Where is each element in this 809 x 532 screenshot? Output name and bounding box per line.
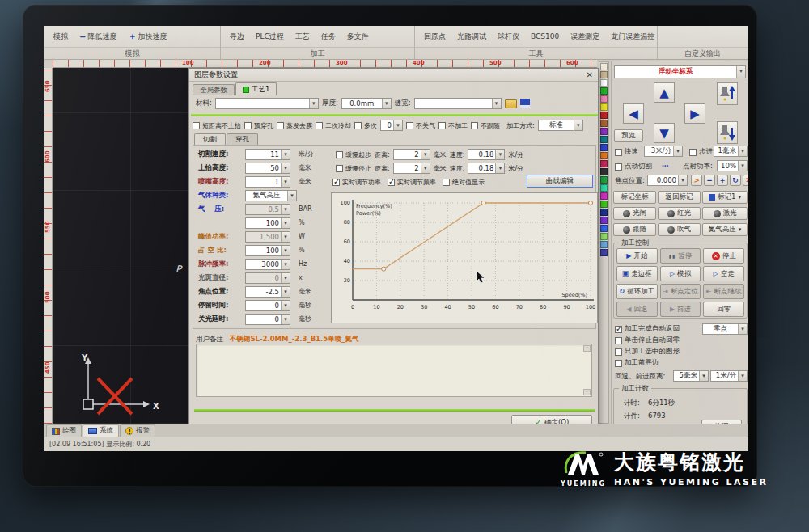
control-button-开始[interactable]: 开始 [616,248,658,264]
user-note-textarea[interactable]: ˄ ˅ [196,344,592,397]
checkbox-icon[interactable] [332,179,340,186]
layer-color-swatch[interactable] [600,79,608,87]
layer-color-swatch[interactable] [600,176,608,184]
focus-minus-icon[interactable]: − [704,175,715,186]
chevron-down-icon[interactable] [421,163,430,173]
slow-start-speed[interactable]: 0.18 [468,149,505,160]
menu-item-多文件[interactable]: 多文件 [341,32,375,42]
menu-item-降低速度[interactable]: −降低速度 [74,32,122,42]
tab-process-1[interactable]: 工艺1 [235,82,277,95]
chevron-down-icon[interactable] [738,161,747,171]
checkbox-icon[interactable] [438,122,446,129]
blow-toggle[interactable]: 吹气 [658,223,701,236]
control-button-回退[interactable]: 回退 [616,302,658,317]
scroll-up-icon[interactable]: ˄ [583,345,591,352]
layer-color-swatch[interactable] [600,168,608,175]
checkbox-icon[interactable] [244,122,252,129]
param-value-field[interactable]: 50 [245,163,290,174]
dialog-titlebar[interactable]: 图层参数设置 ✕ [189,69,598,82]
realtime-power-checkbox[interactable]: 实时调节功率 [332,178,381,187]
checkbox-icon[interactable] [615,337,622,344]
option-checkbox-蒸发去膜[interactable]: 蒸发去膜 [277,121,312,130]
layer-color-swatch[interactable] [600,71,608,78]
control-button-循环加工[interactable]: 循环加工 [616,284,658,299]
layer-color-swatch[interactable] [600,184,608,192]
chevron-down-icon[interactable] [281,218,290,228]
backfwd-speed-select[interactable]: 1米/分 [710,370,748,382]
thickness-select[interactable]: 0.0mm [341,98,392,109]
layer-color-swatch[interactable] [600,63,608,70]
slow-start-distance[interactable]: 2 [393,149,430,160]
checkbox-icon[interactable] [615,360,622,367]
layer-color-swatch[interactable] [600,120,608,127]
return-point-select[interactable]: 零点 [702,323,748,335]
param-value-field[interactable]: -2.5 [245,286,290,298]
chevron-down-icon[interactable] [281,163,290,173]
repeat-count-select[interactable]: 0 [380,120,403,131]
curve-edit-button[interactable]: 曲线编辑 [527,175,593,188]
scroll-down-icon[interactable]: ˅ [583,389,591,395]
option-checkbox-不跟随[interactable]: 不跟随 [471,121,500,130]
jog-up-button[interactable]: ▲ [654,82,675,103]
jog-down-button[interactable]: ▼ [654,123,675,143]
control-button-暂停[interactable]: 暂停 [660,248,701,264]
param-value-field[interactable]: 1,500 [245,231,290,243]
chevron-down-icon[interactable] [287,191,296,201]
chevron-down-icon[interactable] [281,246,290,255]
menu-item-工艺[interactable]: 工艺 [290,32,316,42]
chevron-down-icon[interactable] [393,120,402,130]
checkbox-icon[interactable] [689,149,697,156]
save-icon[interactable] [520,99,530,108]
option-checkbox-只加工选中的图形[interactable]: 只加工选中的图形 [615,347,680,357]
tab-draw[interactable]: 绘图 [46,424,82,437]
option-checkbox-单击停止自动回零[interactable]: 单击停止自动回零 [615,336,680,345]
chevron-down-icon[interactable] [574,120,582,130]
backfwd-distance-select[interactable]: 5毫米 [673,370,709,382]
menu-item-龙门误差温控[interactable]: 龙门误差温控 [605,32,660,42]
control-button-回零[interactable]: 回零 [703,302,744,317]
param-value-field[interactable]: 1 [245,176,290,188]
control-button-断点继续[interactable]: 断点继续 [703,284,744,299]
more-dots[interactable]: … [662,160,669,168]
jog-left-button[interactable]: ◀ [623,103,644,124]
preview-button[interactable]: 预览 [614,129,643,142]
chevron-down-icon[interactable] [736,66,745,78]
subtab-pierce[interactable]: 穿孔 [227,133,258,146]
focus-reset-icon[interactable]: ↻ [730,175,741,186]
menu-item-寻边[interactable]: 寻边 [224,32,250,42]
chevron-down-icon[interactable] [678,175,687,185]
option-checkbox-加工前寻边[interactable]: 加工前寻边 [615,358,659,368]
option-checkbox-预穿孔[interactable]: 预穿孔 [244,121,273,130]
nozzle-up-button[interactable] [717,82,738,105]
tab-system[interactable]: 系统 [83,424,119,437]
option-checkbox-加工完成自动返回[interactable]: 加工完成自动返回 [615,324,680,334]
checkbox-icon[interactable] [193,122,200,129]
checkbox-icon[interactable] [277,122,284,129]
option-checkbox-多次[interactable]: 多次 [354,121,377,130]
param-value-field[interactable]: 0 [245,300,290,311]
chevron-down-icon[interactable] [495,150,504,159]
param-value-field[interactable]: 氮气高压 [245,190,297,201]
slow-stop-checkbox[interactable]: 缓慢停止 [336,164,371,173]
jog-cut-checkbox[interactable]: 点动切割 [615,162,652,171]
step-move-checkbox[interactable]: 步进 [689,147,713,157]
layer-color-swatch[interactable] [600,103,608,111]
chevron-down-icon[interactable] [281,287,290,297]
layer-color-swatch[interactable] [600,160,608,167]
jog-right-button[interactable]: ▶ [684,103,705,124]
layer-color-swatch[interactable] [600,201,608,208]
quick-speed-select[interactable]: 3米/分 [644,146,683,157]
tab-alarm[interactable]: 报警 [120,424,155,437]
step-size-select[interactable]: 1毫米 [714,146,748,157]
menu-item-模拟[interactable]: 模拟 [48,32,74,42]
material-select[interactable] [215,98,319,109]
menu-item-加快速度[interactable]: ＋加快速度 [122,31,172,42]
checkbox-icon[interactable] [406,122,413,129]
layer-color-swatch[interactable] [600,95,608,103]
burst-power-select[interactable]: 10% [717,160,748,171]
subtab-cut[interactable]: 切割 [194,133,226,146]
close-icon[interactable]: ✕ [587,70,593,79]
checkbox-icon[interactable] [336,165,343,172]
slow-start-checkbox[interactable]: 缓慢起步 [336,150,371,159]
checkbox-icon[interactable] [615,163,622,171]
